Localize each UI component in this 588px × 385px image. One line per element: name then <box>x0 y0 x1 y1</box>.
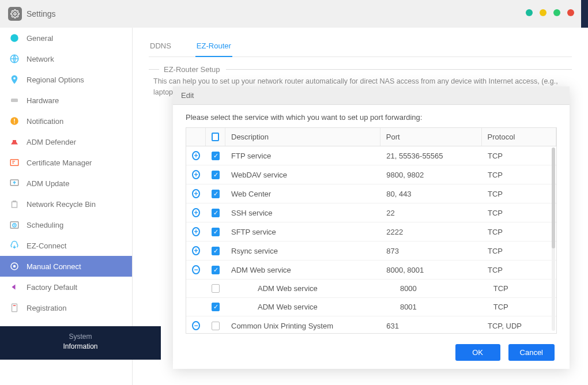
expand-icon[interactable]: + <box>192 151 200 160</box>
sidebar-item-label: ADM Defender <box>27 138 76 146</box>
table-row[interactable]: ADM Web service8000TCP <box>186 280 556 298</box>
sidebar-item-network[interactable]: Network <box>0 48 132 69</box>
settings-app-icon <box>8 7 22 21</box>
sidebar-item-notification[interactable]: !Notification <box>0 111 132 131</box>
sidebar-item-hardware[interactable]: Hardware <box>0 90 132 111</box>
sidebar-item-regional[interactable]: Regional Options <box>0 69 132 90</box>
window-controls <box>526 9 574 16</box>
defender-icon <box>9 137 20 147</box>
row-checkbox[interactable] <box>212 190 220 198</box>
sidebar-item-scheduling[interactable]: Scheduling <box>0 214 132 235</box>
row-port: 8001 <box>394 298 488 316</box>
row-port: 631 <box>380 317 482 334</box>
sidebar-item-registration[interactable]: Registration <box>0 297 132 318</box>
dialog-title: Edit <box>173 86 570 105</box>
services-table: Description Port Protocol +FTP service21… <box>186 127 557 334</box>
table-row[interactable]: +WebDAV service9800, 9802TCP <box>186 165 556 184</box>
sidebar-item-update[interactable]: ADM Update <box>0 173 132 194</box>
row-port: 80, 443 <box>380 185 482 203</box>
row-checkbox[interactable] <box>212 266 220 274</box>
table-row[interactable]: −Common Unix Printing System631TCP, UDP <box>186 316 556 334</box>
cancel-button[interactable]: Cancel <box>508 344 555 361</box>
expand-icon[interactable]: + <box>192 170 200 179</box>
hardware-icon <box>9 95 20 105</box>
scrollbar-thumb[interactable] <box>552 148 555 248</box>
row-checkbox[interactable] <box>212 152 220 160</box>
section-title: EZ-Router Setup <box>164 65 226 74</box>
scrollbar[interactable] <box>552 148 555 331</box>
sidebar-item-factory-default[interactable]: Factory Default <box>0 277 132 297</box>
row-checkbox[interactable] <box>212 171 220 179</box>
row-checkbox[interactable] <box>212 209 220 217</box>
row-description: WebDAV service <box>225 166 380 184</box>
sidebar-item-ezconnect[interactable]: EZ-Connect <box>0 235 132 256</box>
collapse-icon[interactable]: − <box>192 321 200 330</box>
sidebar-item-label: Certificate Manager <box>27 158 92 167</box>
sidebar-item-label: Scheduling <box>27 221 63 229</box>
table-row[interactable]: +SFTP service2222TCP <box>186 222 556 241</box>
sidebar-item-label: Network Recycle Bin <box>27 200 96 209</box>
row-port: 22 <box>380 204 482 222</box>
table-body: +FTP service21, 55536-55565TCP+WebDAV se… <box>186 146 556 334</box>
tab-ezrouter[interactable]: EZ-Router <box>195 38 232 57</box>
help-button[interactable] <box>540 9 546 16</box>
titlebar: Settings <box>0 0 588 28</box>
sidebar-item-general[interactable]: General <box>0 28 132 48</box>
row-checkbox[interactable] <box>212 247 220 255</box>
collapse-icon[interactable]: − <box>192 265 200 274</box>
sidebar-item-certificate[interactable]: Certificate Manager <box>0 152 132 173</box>
expand-icon[interactable]: + <box>192 227 200 236</box>
table-row[interactable]: +Rsync service873TCP <box>186 241 556 261</box>
svg-rect-7 <box>10 160 18 166</box>
row-checkbox[interactable] <box>212 284 220 293</box>
sidebar-item-label: General <box>27 34 53 43</box>
close-button[interactable] <box>567 9 574 16</box>
svg-point-3 <box>13 77 16 80</box>
sidebar-item-recycle[interactable]: Network Recycle Bin <box>0 194 132 214</box>
ezconnect-icon <box>9 240 20 251</box>
sidebar-item-label: EZ-Connect <box>27 241 66 250</box>
dialog-message: Please select the service with which you… <box>186 113 557 122</box>
expand-icon[interactable]: + <box>192 246 200 255</box>
minimize-button[interactable] <box>526 9 533 16</box>
col-description[interactable]: Description <box>225 128 380 146</box>
section-header: EZ-Router Setup <box>149 65 572 74</box>
sidebar-item-manual-connect[interactable]: Manual Connect <box>0 256 132 277</box>
table-row[interactable]: ADM Web service8001TCP <box>186 298 556 316</box>
tab-ddns[interactable]: DDNS <box>149 38 172 56</box>
maximize-button[interactable] <box>553 9 560 16</box>
svg-text:!: ! <box>13 118 16 124</box>
svg-rect-4 <box>11 99 18 102</box>
ok-button[interactable]: OK <box>455 344 500 361</box>
sidebar-item-defender[interactable]: ADM Defender <box>0 131 132 152</box>
update-icon <box>9 178 20 188</box>
recycle-icon <box>9 199 20 209</box>
row-checkbox[interactable] <box>212 228 220 236</box>
row-checkbox[interactable] <box>212 303 220 311</box>
table-row[interactable]: +Web Center80, 443TCP <box>186 184 556 203</box>
col-protocol[interactable]: Protocol <box>482 128 556 146</box>
row-port: 2222 <box>380 223 482 241</box>
select-all-checkbox[interactable] <box>212 133 219 141</box>
table-row[interactable]: −ADM Web service8000, 8001TCP <box>186 261 556 280</box>
sidebar-item-label: Manual Connect <box>27 262 81 271</box>
sidebar-item-label: Network <box>27 55 54 63</box>
sidebar-item-label: Hardware <box>27 96 59 105</box>
table-row[interactable]: +SSH service22TCP <box>186 203 556 222</box>
svg-rect-13 <box>12 304 17 312</box>
row-description: Common Unix Printing System <box>225 317 380 334</box>
sidebar-item-label: Factory Default <box>27 283 77 292</box>
row-protocol: TCP <box>482 166 556 184</box>
window-title: Settings <box>27 9 56 18</box>
col-port[interactable]: Port <box>380 128 482 146</box>
table-row[interactable]: +FTP service21, 55536-55565TCP <box>186 146 556 165</box>
edit-dialog: Edit Please select the service with whic… <box>173 86 570 369</box>
row-protocol: TCP <box>488 298 556 316</box>
notification-icon: ! <box>9 116 20 126</box>
factory-default-icon <box>9 282 20 292</box>
settings-window: Settings General Network Regional Option… <box>0 0 588 385</box>
expand-icon[interactable]: + <box>192 208 200 217</box>
row-checkbox[interactable] <box>212 322 220 330</box>
row-description: ADM Web service <box>225 261 380 279</box>
expand-icon[interactable]: + <box>192 189 200 198</box>
